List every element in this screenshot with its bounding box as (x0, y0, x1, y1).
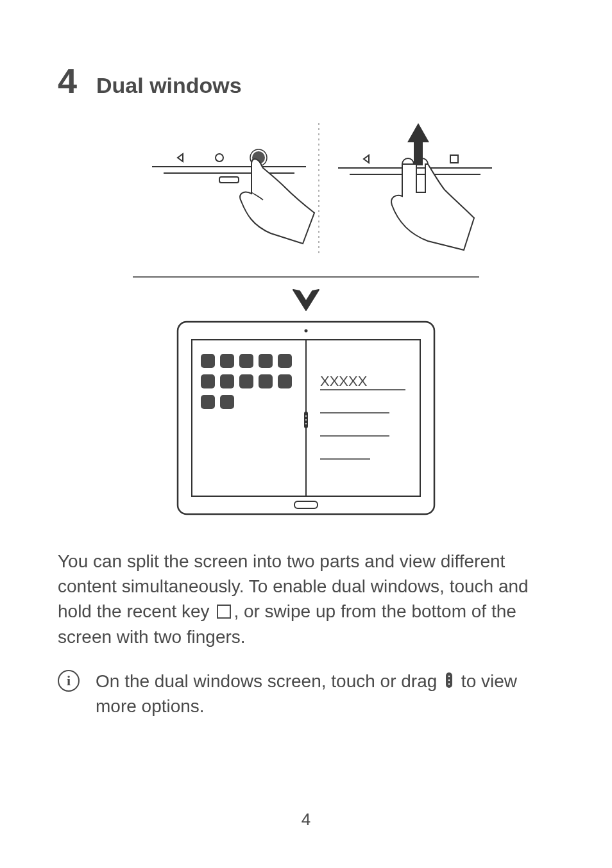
svg-rect-30 (220, 374, 234, 388)
section-heading: 4 Dual windows (58, 61, 554, 101)
svg-rect-34 (201, 395, 215, 409)
svg-rect-10 (450, 155, 458, 163)
svg-point-23 (305, 423, 307, 424)
note-text-part1: On the dual windows screen, touch or dra… (96, 671, 442, 691)
svg-rect-32 (259, 374, 273, 388)
svg-point-43 (448, 680, 450, 681)
svg-rect-25 (220, 354, 234, 368)
svg-point-16 (305, 330, 308, 333)
svg-rect-26 (239, 354, 253, 368)
body-paragraph: You can split the screen into two parts … (58, 549, 554, 649)
section-title: Dual windows (96, 73, 242, 98)
note-row: i On the dual windows screen, touch or d… (58, 669, 554, 719)
svg-rect-35 (220, 395, 234, 409)
drag-handle-icon (445, 672, 454, 689)
svg-point-22 (305, 419, 307, 421)
svg-point-21 (305, 415, 307, 417)
svg-point-3 (216, 154, 223, 162)
svg-rect-31 (239, 374, 253, 388)
page-container: 4 Dual windows (0, 0, 612, 868)
section-number: 4 (58, 61, 77, 101)
gesture-illustration: XXXXX (114, 123, 498, 523)
svg-rect-29 (201, 374, 215, 388)
recent-key-icon (217, 605, 231, 619)
svg-rect-17 (294, 501, 318, 508)
svg-rect-2 (219, 177, 239, 183)
info-icon: i (58, 670, 80, 692)
svg-text:XXXXX: XXXXX (320, 373, 368, 389)
svg-rect-28 (278, 354, 292, 368)
svg-rect-24 (201, 354, 215, 368)
svg-point-42 (448, 676, 450, 677)
svg-rect-27 (259, 354, 273, 368)
svg-point-44 (448, 683, 450, 685)
svg-rect-33 (278, 374, 292, 388)
note-text: On the dual windows screen, touch or dra… (96, 669, 554, 719)
page-number: 4 (58, 778, 554, 830)
